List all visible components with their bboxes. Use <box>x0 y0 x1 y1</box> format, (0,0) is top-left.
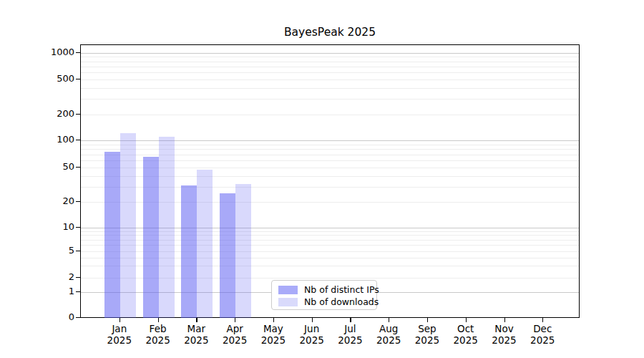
y-tick-mark <box>76 201 80 202</box>
y-tick-mark <box>76 251 80 251</box>
legend-item-distinct-ips: Nb of distinct IPs <box>278 284 376 296</box>
chart-figure: BayesPeak 2025 01251020501002005001000 J… <box>0 0 644 358</box>
y-tick-mark <box>76 317 80 318</box>
legend-label: Nb of downloads <box>304 296 379 307</box>
x-tick-mark <box>235 318 235 322</box>
y-tick-label: 1 <box>30 286 74 297</box>
y-tick-mark <box>76 227 80 228</box>
x-tick-mark <box>196 318 197 322</box>
y-tick-mark <box>76 277 80 278</box>
x-tick-mark <box>504 318 505 322</box>
legend-swatch-icon <box>278 286 298 294</box>
y-tick-label: 1000 <box>30 47 74 58</box>
y-tick-label: 500 <box>30 73 74 84</box>
x-tick-label: Dec2025 <box>519 323 565 346</box>
y-tick-label: 10 <box>30 221 74 233</box>
gridline-minor <box>81 155 579 155</box>
x-tick-mark <box>158 318 159 322</box>
x-tick-mark <box>119 318 120 322</box>
gridline-minor <box>81 149 579 150</box>
y-tick-label: 50 <box>30 161 74 173</box>
x-tick-mark <box>542 318 543 322</box>
gridline-minor <box>81 72 579 73</box>
x-tick-mark <box>273 318 274 322</box>
x-tick-mark <box>350 318 351 322</box>
y-tick-mark <box>76 291 80 292</box>
chart-title: BayesPeak 2025 <box>80 26 580 40</box>
x-tick-month: Dec <box>519 323 565 334</box>
gridline-minor <box>81 62 579 62</box>
gridline-minor <box>81 67 579 67</box>
x-tick-mark <box>312 318 313 322</box>
bar-distinct-ips-mar <box>181 185 197 318</box>
legend-item-downloads: Nb of downloads <box>278 296 376 308</box>
y-tick-mark <box>76 79 80 79</box>
bar-downloads-mar <box>197 170 213 317</box>
x-tick-mark <box>427 318 428 322</box>
bar-downloads-feb <box>159 137 175 318</box>
x-tick-mark <box>466 318 467 322</box>
gridline-major <box>81 53 579 54</box>
gridline-minor <box>81 57 579 57</box>
y-tick-label: 2 <box>30 271 74 283</box>
x-tick-year: 2025 <box>519 334 565 346</box>
gridline-minor <box>81 79 579 80</box>
y-tick-mark <box>76 52 80 53</box>
gridline-major <box>81 140 579 141</box>
y-tick-label: 100 <box>30 134 74 145</box>
legend-label: Nb of distinct IPs <box>304 284 379 295</box>
y-tick-label: 200 <box>30 108 74 120</box>
legend-swatch-icon <box>278 298 298 306</box>
plot-area <box>80 44 580 318</box>
x-tick-mark <box>389 318 389 322</box>
bar-downloads-apr <box>235 184 251 317</box>
gridline-minor <box>81 88 579 89</box>
gridline-minor <box>81 115 579 115</box>
y-tick-label: 0 <box>30 311 74 323</box>
bar-distinct-ips-apr <box>220 193 235 318</box>
y-tick-label: 5 <box>30 245 74 256</box>
legend: Nb of distinct IPsNb of downloads <box>271 280 377 310</box>
bar-downloads-jan <box>120 133 136 317</box>
bar-distinct-ips-feb <box>143 157 159 318</box>
y-tick-mark <box>76 167 80 168</box>
y-tick-mark <box>76 114 80 115</box>
bar-distinct-ips-jan <box>104 152 120 318</box>
gridline-minor <box>81 145 579 145</box>
y-tick-label: 20 <box>30 195 74 207</box>
y-tick-mark <box>76 140 80 140</box>
gridline-minor <box>81 99 579 100</box>
